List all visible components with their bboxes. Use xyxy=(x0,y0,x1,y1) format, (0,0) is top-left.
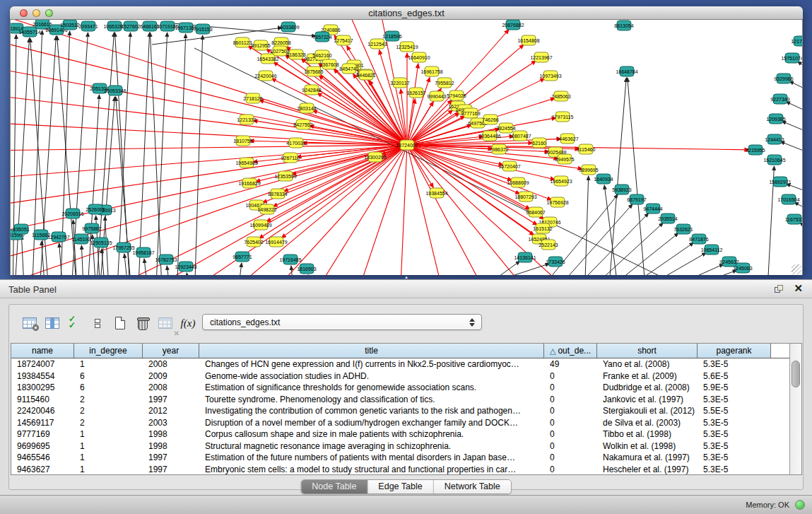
graph-node-label: 18807293 xyxy=(514,194,536,199)
column-header-title[interactable]: title xyxy=(199,344,544,358)
graph-node-label: 16782753 xyxy=(155,257,177,262)
table-cell: 1 xyxy=(74,464,143,476)
table-row[interactable]: 2242004622012Investigating the contribut… xyxy=(11,405,789,417)
table-cell: 9777169 xyxy=(11,428,74,440)
table-cell xyxy=(771,417,789,429)
graph-edge xyxy=(789,81,803,101)
graph-node-label: 9684067 xyxy=(526,210,545,215)
table-cell: 2 xyxy=(74,394,143,406)
table-row[interactable]: 946362711997Embryonic stem cells: a mode… xyxy=(11,464,789,476)
table-cell xyxy=(771,405,789,417)
table-vertical-scrollbar[interactable] xyxy=(789,344,801,474)
graph-node-label: 12325419 xyxy=(396,45,418,49)
graph-node-label: 12942757 xyxy=(47,235,69,240)
graph-node-label: 10654112 xyxy=(701,247,723,252)
graph-node-label: 19384554 xyxy=(425,191,447,196)
select-rows-button[interactable]: ✓✓ xyxy=(64,313,86,333)
column-header-short[interactable]: short xyxy=(597,344,698,358)
graph-node-label: 5462160 xyxy=(312,53,331,58)
table-row[interactable]: 1872400712008Changes of HCN gene express… xyxy=(11,358,789,370)
graph-edge xyxy=(155,33,167,275)
graph-node-label: 19654985 xyxy=(235,160,257,165)
tab-node-table[interactable]: Node Table xyxy=(301,480,367,493)
table-row[interactable]: 911546021997Tourette syndrome. Phenomeno… xyxy=(11,394,789,406)
column-header-pagerank[interactable]: pagerank xyxy=(698,344,771,358)
column-header-in-degree[interactable]: in_degree xyxy=(74,344,143,358)
application-window: citations_edges.txt 18724007123254191664… xyxy=(0,0,812,514)
table-panel: Table Panel ✕ ✓✓ ✕ f(x) citations_edges.… xyxy=(0,279,812,495)
graph-node-label: 1810755 xyxy=(233,139,252,144)
graph-node-label: 9245632 xyxy=(719,259,739,264)
graph-node-label: 2803144 xyxy=(297,106,316,111)
network-graph[interactable]: 1872400712325419166409101696175879558125… xyxy=(11,20,803,275)
table-cell: 22420046 xyxy=(11,405,74,417)
graph-node-label: 9474444 xyxy=(643,206,662,211)
new-column-button[interactable] xyxy=(110,313,131,333)
table-cell: Estimation of the future numbers of pati… xyxy=(199,452,544,464)
table-cell: 1 xyxy=(74,358,143,370)
table-cell: 5.6E-5 xyxy=(698,370,771,382)
graph-node-label: 14055714 xyxy=(18,30,40,35)
table-row[interactable]: 969969511998Structural magnetic resonanc… xyxy=(11,440,789,452)
network-window-titlebar[interactable]: citations_edges.txt xyxy=(10,6,803,20)
close-panel-icon[interactable]: ✕ xyxy=(794,282,803,295)
graph-node-label: 17957255 xyxy=(112,245,134,250)
table-cell: 2 xyxy=(74,405,143,417)
table-settings-button[interactable] xyxy=(19,313,40,333)
status-bar: Memory: OK xyxy=(0,495,812,514)
graph-node-label: 8471876 xyxy=(689,237,708,242)
graph-node-label: 7986372 xyxy=(489,147,508,152)
table-row[interactable]: 977716911998Corpus callosum shape and si… xyxy=(11,428,789,440)
table-cell: Franke et al. (2009) xyxy=(597,370,698,382)
graph-node-label: 16543382 xyxy=(257,57,278,62)
table-cell: 1998 xyxy=(143,440,199,452)
table-source-select[interactable]: citations_edges.txt xyxy=(202,314,482,330)
scrollbar-thumb[interactable] xyxy=(792,361,800,387)
table-row[interactable]: 1938455462009Genome-wide association stu… xyxy=(11,370,789,382)
graph-node-label: 1217443 xyxy=(791,39,803,44)
table-cell: Hescheler et al. (1997) xyxy=(597,464,698,476)
column-header-year[interactable]: year xyxy=(143,344,199,358)
table-cell: 2008 xyxy=(143,382,199,394)
panel-collapse-handle[interactable]: ▴ xyxy=(401,274,411,279)
graph-edge xyxy=(407,110,453,145)
graph-node-label: 9115460 xyxy=(577,147,596,152)
table-row[interactable]: 1830029562008Estimation of significance … xyxy=(11,382,789,394)
table-panel-header: Table Panel ✕ xyxy=(0,279,812,298)
column-header-filler xyxy=(771,344,789,358)
memory-status-indicator[interactable] xyxy=(795,500,805,510)
graph-node-label: 62160 xyxy=(532,141,546,146)
float-panel-icon[interactable] xyxy=(775,285,784,294)
function-builder-button[interactable]: f(x) xyxy=(177,313,199,333)
tab-network-table[interactable]: Network Table xyxy=(434,480,511,493)
graph-node-label: 8454743 xyxy=(339,66,358,71)
graph-node-label: 1245063 xyxy=(733,266,752,271)
table-row[interactable]: 1456911722003Disruption of a novel membe… xyxy=(11,417,789,429)
window-resize-grip[interactable] xyxy=(792,264,801,274)
network-canvas[interactable]: 1872400712325419166409101696175879558125… xyxy=(10,20,803,275)
graph-node-label: 9975887 xyxy=(82,226,101,231)
tab-edge-table[interactable]: Edge Table xyxy=(367,480,433,493)
row-height-button[interactable] xyxy=(87,313,108,333)
table-row[interactable]: 946554611997Estimation of the future num… xyxy=(11,452,789,464)
graph-edge xyxy=(561,213,649,275)
table-cell: Disruption of a novel member of a sodium… xyxy=(199,417,544,429)
graph-node-label: 1527602 xyxy=(121,24,140,29)
graph-node-label: 1275417 xyxy=(334,38,353,43)
graph-node-label: 1875685 xyxy=(304,69,323,74)
column-header-out-degree[interactable]: △out_de... xyxy=(544,344,597,358)
graph-edge xyxy=(442,264,549,275)
graph-node-label: 8601123 xyxy=(233,40,252,45)
graph-edge xyxy=(584,176,589,275)
delete-table-icon xyxy=(158,317,172,329)
graph-node-label: 16210645 xyxy=(763,158,785,163)
column-header-name[interactable]: name xyxy=(11,344,74,358)
column-visibility-button[interactable] xyxy=(42,313,63,333)
table-cell: 9699695 xyxy=(11,440,74,452)
delete-column-button[interactable] xyxy=(132,313,153,333)
table-cell xyxy=(771,358,789,370)
table-cell: Yano et al. (2008) xyxy=(597,358,698,370)
graph-node-label: 16154808 xyxy=(517,38,539,43)
table-cell: 0 xyxy=(544,394,597,406)
graph-node-label: 2367608 xyxy=(319,62,339,67)
